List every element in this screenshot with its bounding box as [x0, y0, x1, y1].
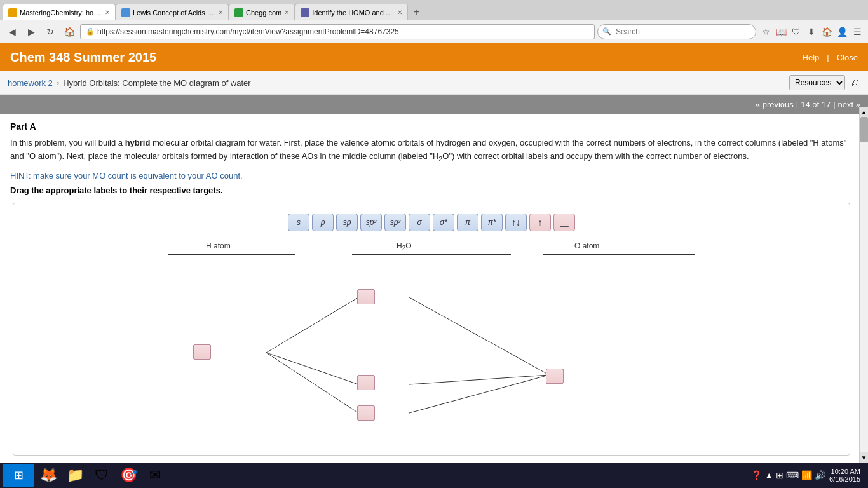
tile-pi-star[interactable]: π* [481, 214, 503, 231]
problem-bold-hybrid: hybrid [125, 138, 151, 147]
tab-close-homo[interactable]: ✕ [397, 9, 402, 16]
tray-keyboard-icon[interactable]: ⌨ [786, 470, 799, 480]
nav-separator-2: | [833, 100, 835, 109]
tile-blank[interactable]: __ [553, 214, 575, 231]
tile-sigma-star[interactable]: σ* [433, 214, 454, 231]
print-icon[interactable]: 🖨 [850, 77, 860, 88]
tab-chegg[interactable]: Chegg.com ✕ [229, 4, 295, 20]
tab-close-mastering[interactable]: ✕ [105, 9, 110, 16]
search-bar-wrap [597, 24, 756, 39]
h2o-mid-3[interactable] [357, 375, 375, 390]
svg-line-3 [409, 297, 549, 375]
previous-link[interactable]: « previous [756, 100, 794, 109]
problem-nav-row: « previous | 14 of 17 | next » [0, 95, 868, 114]
bookmark-star-icon[interactable]: ☆ [759, 25, 773, 39]
tile-sp[interactable]: sp [336, 214, 358, 231]
back-button[interactable]: ◀ [4, 24, 20, 40]
scroll-track [860, 117, 868, 452]
system-tray: ❓ ▲ ⊞ ⌨ 📶 🔊 [751, 470, 825, 480]
h2o-bot-3[interactable] [357, 405, 375, 421]
tab-close-lewis[interactable]: ✕ [218, 9, 223, 16]
url-bar[interactable]: 🔒 https://session.masteringchemistry.com… [80, 24, 595, 39]
taskbar-mail[interactable]: ✉ [142, 464, 168, 487]
tab-label-mastering: MasteringChemistry: hom... [20, 9, 102, 17]
clock-date: 6/16/2015 [829, 475, 860, 483]
tray-windows-icon[interactable]: ⊞ [776, 470, 783, 480]
h2o-baseline [352, 254, 511, 255]
search-input[interactable] [597, 24, 756, 39]
tile-sigma[interactable]: σ [409, 214, 430, 231]
tile-up[interactable]: ↑ [529, 214, 551, 231]
o-atom-label: O atom [574, 241, 599, 250]
part-title: Part A [10, 121, 853, 132]
new-tab-button[interactable]: + [408, 4, 424, 20]
pocket-icon[interactable]: 🛡 [789, 25, 803, 39]
download-icon[interactable]: ⬇ [804, 25, 818, 39]
mo-diagram: H atom H2O O atom [155, 241, 708, 445]
scroll-down-button[interactable]: ▼ [860, 452, 868, 463]
diagram-container: s p sp sp² sp³ σ σ* π π* ↑↓ ↑ __ H atom … [13, 203, 850, 456]
tray-network-icon[interactable]: 📶 [801, 470, 812, 480]
tab-icon-chegg [234, 8, 243, 17]
h2o-label: H2O [397, 241, 412, 252]
tile-p[interactable]: p [312, 214, 334, 231]
taskbar-game[interactable]: 🎯 [116, 464, 141, 487]
menu-icon[interactable]: ☰ [850, 25, 864, 39]
firefox-icon: 🦊 [40, 467, 57, 484]
problem-description: In this problem, you will build a hybrid… [10, 137, 853, 165]
security-icon: 🛡 [95, 467, 109, 484]
tab-icon-lewis [121, 8, 130, 17]
tab-close-chegg[interactable]: ✕ [284, 9, 289, 16]
tab-bar: MasteringChemistry: hom... ✕ Lewis Conce… [0, 0, 868, 20]
tile-updown[interactable]: ↑↓ [505, 214, 527, 231]
tile-sp2[interactable]: sp² [360, 214, 382, 231]
breadcrumb-resources: Resources 🖨 [789, 75, 860, 90]
connecting-lines-svg [155, 241, 708, 445]
taskbar-explorer[interactable]: 📁 [62, 464, 88, 487]
resources-dropdown[interactable]: Resources [789, 75, 845, 90]
problem-counter: 14 of 17 [801, 100, 831, 109]
mail-icon: ✉ [149, 467, 161, 484]
scrollbar[interactable]: ▲ ▼ [859, 107, 868, 463]
help-link[interactable]: Help [803, 53, 820, 62]
h2o-top-3[interactable] [357, 289, 375, 304]
explorer-icon: 📁 [67, 467, 84, 484]
tab-label-lewis: Lewis Concept of Acids an... [133, 9, 215, 17]
drag-instruction: Drag the appropriate labels to their res… [10, 186, 853, 195]
hint-text: HINT: make sure your MO count is equival… [10, 171, 853, 180]
tray-up-icon[interactable]: ▲ [764, 470, 773, 480]
h-baseline [168, 254, 295, 255]
tile-sp3[interactable]: sp³ [384, 214, 406, 231]
app-header-links: Help | Close [803, 53, 858, 62]
tile-pi[interactable]: π [457, 214, 478, 231]
tray-volume-icon[interactable]: 🔊 [815, 470, 825, 480]
reader-icon[interactable]: 📖 [774, 25, 788, 39]
tab-mastering[interactable]: MasteringChemistry: hom... ✕ [3, 4, 116, 20]
breadcrumb-current-page: Hybrid Orbitals: Complete the MO diagram… [63, 78, 251, 88]
app-header: Chem 348 Summer 2015 Help | Close [0, 43, 868, 71]
profile-icon[interactable]: 👤 [835, 25, 849, 39]
refresh-button[interactable]: ↻ [42, 24, 58, 40]
header-sep: | [827, 53, 829, 62]
scroll-thumb[interactable] [860, 117, 868, 142]
next-link[interactable]: next » [838, 100, 860, 109]
taskbar-firefox[interactable]: 🦊 [36, 464, 61, 487]
tab-icon-homo [301, 8, 309, 17]
taskbar-security[interactable]: 🛡 [89, 464, 114, 487]
forward-button[interactable]: ▶ [23, 24, 39, 40]
scroll-up-button[interactable]: ▲ [860, 107, 868, 117]
h-orbital-3[interactable] [193, 344, 211, 360]
o-orbital-5[interactable] [546, 369, 564, 384]
main-content: Part A In this problem, you will build a… [0, 114, 868, 463]
tab-homo[interactable]: Identify the HOMO and LU... ✕ [295, 4, 408, 20]
breadcrumb-homework-link[interactable]: homework 2 [8, 78, 53, 88]
lock-icon: 🔒 [86, 27, 95, 36]
tray-help-icon[interactable]: ❓ [751, 470, 762, 480]
close-link[interactable]: Close [837, 53, 858, 62]
home-nav-icon[interactable]: 🏠 [820, 25, 834, 39]
tab-lewis[interactable]: Lewis Concept of Acids an... ✕ [116, 4, 229, 20]
tile-s[interactable]: s [288, 214, 309, 231]
home-button[interactable]: 🏠 [61, 24, 78, 40]
start-button[interactable]: ⊞ [3, 464, 34, 487]
h-atom-label: H atom [206, 241, 231, 250]
